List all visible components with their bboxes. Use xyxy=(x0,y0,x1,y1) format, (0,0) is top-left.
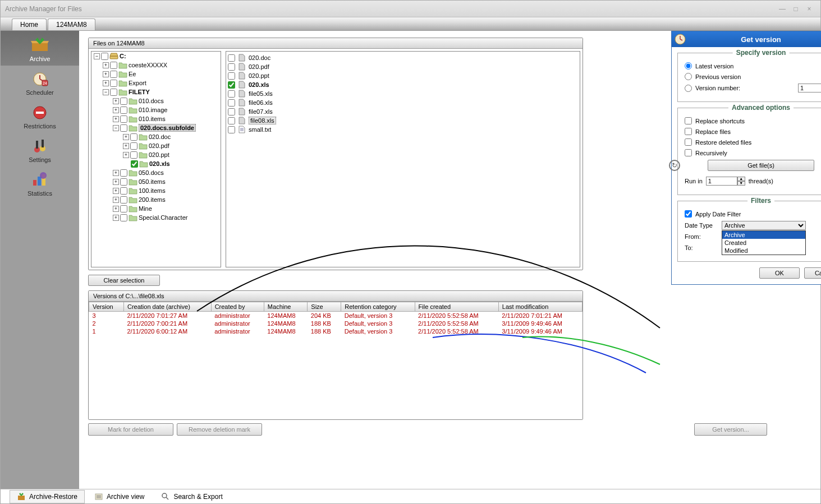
radio-latest-version[interactable] xyxy=(685,62,692,70)
sidebar-item-statistics[interactable]: Statistics xyxy=(1,167,79,200)
tree-checkbox[interactable] xyxy=(110,89,117,96)
tree-checkbox[interactable] xyxy=(120,187,127,195)
tree-checkbox[interactable] xyxy=(101,53,108,60)
bottom-tab-archive-view[interactable]: Archive view xyxy=(87,490,152,503)
file-row[interactable]: file08.xls xyxy=(228,116,578,125)
file-checkbox[interactable] xyxy=(228,81,235,89)
tree-node-label[interactable]: 010.items xyxy=(139,115,166,122)
table-row[interactable]: 12/11/2020 6:00:12 AMadministrator124MAM… xyxy=(89,327,583,335)
radio-previous-version[interactable] xyxy=(685,73,692,80)
tab-home[interactable]: Home xyxy=(12,19,47,30)
bottom-tab-search-export[interactable]: Search & Export xyxy=(154,490,230,503)
tree-checkbox[interactable] xyxy=(130,142,137,150)
file-row[interactable]: 020.doc xyxy=(228,53,578,62)
tree-toggle[interactable]: + xyxy=(113,107,119,113)
tree-checkbox[interactable] xyxy=(131,160,138,168)
file-checkbox[interactable] xyxy=(228,54,235,62)
tree-checkbox[interactable] xyxy=(120,115,127,123)
tree-checkbox[interactable] xyxy=(110,80,117,87)
tree-node-label[interactable]: 020.docs.subfolde xyxy=(139,124,196,132)
tree-checkbox[interactable] xyxy=(120,107,127,114)
get-files-button[interactable]: Get file(s) xyxy=(708,160,814,171)
file-checkbox[interactable] xyxy=(228,126,235,133)
file-name[interactable]: 020.doc xyxy=(249,54,270,61)
bottom-tab-archive-restore[interactable]: Archive-Restore xyxy=(10,490,85,503)
tab-machine[interactable]: 124MAM8 xyxy=(48,19,95,30)
file-checkbox[interactable] xyxy=(228,63,235,71)
tree-node-label[interactable]: 050.docs xyxy=(139,169,164,176)
col-file-created[interactable]: File created xyxy=(415,302,498,312)
tree-checkbox[interactable] xyxy=(110,62,117,69)
tree-toggle[interactable]: + xyxy=(113,197,119,203)
tree-node-label[interactable]: 050.items xyxy=(139,178,166,185)
tree-toggle[interactable]: + xyxy=(103,80,109,86)
tree-node-label[interactable]: coesteXXXXX xyxy=(129,62,167,68)
file-checkbox[interactable] xyxy=(228,117,235,124)
file-name[interactable]: 020.pdf xyxy=(249,63,269,70)
tree-toggle[interactable]: − xyxy=(94,53,100,59)
file-row[interactable]: small.txt xyxy=(228,125,578,134)
file-name[interactable]: file06.xls xyxy=(249,99,273,106)
tree-toggle[interactable]: + xyxy=(123,143,129,149)
col-machine[interactable]: Machine xyxy=(264,302,307,312)
tree-checkbox[interactable] xyxy=(120,169,127,177)
tree-toggle[interactable]: + xyxy=(113,116,119,122)
tree-toggle[interactable]: − xyxy=(103,89,109,95)
version-number-input[interactable] xyxy=(798,84,821,93)
tree-checkbox[interactable] xyxy=(120,124,127,132)
file-checkbox[interactable] xyxy=(228,108,235,115)
tree-toggle[interactable]: + xyxy=(103,71,109,77)
get-version-button[interactable]: Get version... xyxy=(694,423,767,436)
tree-toggle[interactable]: − xyxy=(113,125,119,131)
table-row[interactable]: 22/11/2020 7:00:21 AMadministrator124MAM… xyxy=(89,320,583,327)
tree-checkbox[interactable] xyxy=(120,98,127,105)
table-row[interactable]: 32/11/2020 7:01:27 AMadministrator124MAM… xyxy=(89,312,583,320)
folder-tree[interactable]: −C: +coesteXXXXX +Ee +Export −FILETY +01… xyxy=(91,51,221,267)
tree-toggle[interactable]: + xyxy=(113,179,119,185)
tree-node-label[interactable]: 020.ppt xyxy=(149,151,169,158)
tree-node-label[interactable]: 020.pdf xyxy=(149,142,169,149)
dropdown-option-archive[interactable]: Archive xyxy=(722,231,805,239)
date-type-select[interactable]: Archive xyxy=(722,221,806,230)
tree-checkbox[interactable] xyxy=(120,178,127,186)
tree-toggle[interactable]: + xyxy=(123,152,129,158)
file-name[interactable]: small.txt xyxy=(249,126,271,133)
ok-button[interactable]: OK xyxy=(759,267,800,279)
tree-node-label[interactable]: FILETY xyxy=(129,89,150,95)
maximize-button[interactable]: □ xyxy=(789,5,802,13)
tree-checkbox[interactable] xyxy=(130,133,137,141)
remove-deletion-mark-button[interactable]: Remove deletion mark xyxy=(177,423,262,436)
col-creation-date[interactable]: Creation date (archive) xyxy=(123,302,211,312)
tree-node-label[interactable]: 020.xls xyxy=(149,160,170,167)
tree-checkbox[interactable] xyxy=(120,196,127,204)
sidebar-item-scheduler[interactable]: 24 Scheduler xyxy=(1,66,79,99)
tree-checkbox[interactable] xyxy=(120,214,127,221)
file-checkbox[interactable] xyxy=(228,90,235,98)
tree-toggle[interactable]: + xyxy=(103,62,109,68)
checkbox-recursively[interactable] xyxy=(685,149,692,156)
tree-horizontal-scrollbar[interactable]: <> xyxy=(91,267,221,267)
tree-node-label[interactable]: 200.items xyxy=(139,196,166,203)
tree-node-label[interactable]: Mine xyxy=(139,205,152,212)
tree-node-label[interactable]: Ee xyxy=(129,71,136,77)
col-version[interactable]: Version xyxy=(89,302,124,312)
tree-node-label[interactable]: 010.image xyxy=(139,107,167,113)
sidebar-item-archive[interactable]: Archive xyxy=(1,31,79,66)
tree-toggle[interactable]: + xyxy=(113,206,119,212)
tree-toggle[interactable]: + xyxy=(113,188,119,194)
col-last-mod[interactable]: Last modification xyxy=(498,302,582,312)
tree-node-label[interactable]: Special.Character xyxy=(139,214,187,221)
file-name[interactable]: 020.ppt xyxy=(249,72,269,79)
file-checkbox[interactable] xyxy=(228,99,235,107)
clear-selection-button[interactable]: Clear selection xyxy=(88,275,160,286)
refresh-icon[interactable] xyxy=(669,160,680,171)
versions-table[interactable]: Version Creation date (archive) Created … xyxy=(89,302,583,335)
spin-up-icon[interactable]: ▲ xyxy=(737,177,745,181)
mark-for-deletion-button[interactable]: Mark for deletion xyxy=(88,423,173,436)
file-row[interactable]: file06.xls xyxy=(228,98,578,107)
file-row[interactable]: file07.xls xyxy=(228,107,578,116)
tree-node-label[interactable]: 020.doc xyxy=(149,133,171,140)
col-size[interactable]: Size xyxy=(308,302,341,312)
file-name[interactable]: file07.xls xyxy=(249,108,273,115)
radio-version-number[interactable] xyxy=(685,85,692,92)
